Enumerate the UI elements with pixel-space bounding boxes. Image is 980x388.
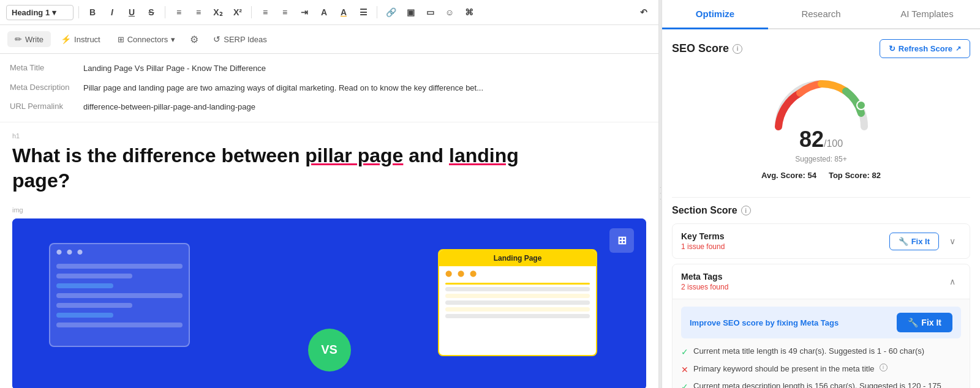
- browser-line-short-2: [56, 303, 132, 308]
- refresh-score-label: Refresh Score: [899, 44, 952, 53]
- check-text-2: Primary keyword should be present in the…: [693, 364, 875, 375]
- lp-line-1: [445, 283, 590, 285]
- key-terms-header: Key Terms 1 issue found 🔧 Fix It ∨: [673, 224, 970, 258]
- vs-circle: VS: [308, 329, 351, 371]
- heading-select[interactable]: Heading 1 ▾: [6, 5, 74, 20]
- tab-optimize[interactable]: Optimize: [662, 0, 768, 29]
- serp-ideas-button[interactable]: ↺ SERP Ideas: [206, 31, 274, 47]
- bold-button[interactable]: B: [84, 4, 101, 21]
- emoji-button[interactable]: ☺: [441, 4, 458, 21]
- heading-select-arrow: ▾: [52, 8, 56, 17]
- meta-title-row: Meta Title Landing Page Vs Pillar Page -…: [10, 59, 649, 78]
- key-terms-left: Key Terms 1 issue found: [681, 231, 889, 251]
- align-right-button[interactable]: ≡: [276, 4, 293, 21]
- toolbar-divider-4: [377, 6, 377, 18]
- top-score-label: Top Score:: [829, 171, 870, 180]
- check-ok-icon-2: ✓: [681, 381, 688, 388]
- lp-line-6: [445, 314, 590, 318]
- strikethrough-button[interactable]: S: [143, 4, 160, 21]
- highlight-button[interactable]: A: [335, 4, 352, 21]
- section-score-label: Section Score: [672, 205, 737, 216]
- seo-score-info-icon[interactable]: i: [733, 44, 742, 54]
- write-button[interactable]: ✏ Write: [7, 31, 51, 47]
- indent-button[interactable]: ⇥: [296, 4, 313, 21]
- browser-line-highlight: [56, 283, 113, 288]
- svg-point-0: [857, 101, 865, 110]
- text-align-button[interactable]: ☰: [355, 4, 372, 21]
- check-text-3: Current meta description length is 156 c…: [693, 381, 961, 388]
- italic-button[interactable]: I: [104, 4, 121, 21]
- key-terms-actions: 🔧 Fix It ∨: [889, 233, 961, 250]
- browser-line-short: [56, 274, 132, 278]
- ordered-list-button[interactable]: ≡: [170, 4, 187, 21]
- browser-mock-left: [49, 243, 190, 347]
- image-button[interactable]: ▣: [402, 4, 419, 21]
- align-left-button[interactable]: ≡: [257, 4, 274, 21]
- check-info-icon[interactable]: i: [880, 364, 888, 371]
- meta-description-row: Meta Description Pillar page and landing…: [10, 78, 649, 98]
- superscript-button[interactable]: X²: [229, 4, 246, 21]
- connectors-icon: ⊞: [118, 35, 124, 44]
- link-button[interactable]: 🔗: [382, 4, 399, 21]
- check-item-2: ✕ Primary keyword should be present in t…: [681, 364, 961, 376]
- lp-line-3: [445, 294, 590, 298]
- history-button[interactable]: ↶: [635, 4, 652, 21]
- media-button[interactable]: ▭: [421, 4, 439, 21]
- score-max: /100: [824, 138, 843, 149]
- key-terms-chevron-button[interactable]: ∨: [944, 233, 961, 250]
- unordered-list-button[interactable]: ≡: [190, 4, 207, 21]
- main-toolbar: Heading 1 ▾ B I U S ≡ ≡ X₂ X² ≡ ≡ ⇥ A A …: [0, 0, 658, 25]
- underline-button[interactable]: U: [123, 4, 140, 21]
- meta-tags-title: Meta Tags: [681, 272, 944, 282]
- settings-button[interactable]: ⚙: [185, 30, 203, 48]
- tab-research[interactable]: Research: [768, 0, 874, 29]
- article-heading[interactable]: What is the difference between pillar pa…: [12, 143, 646, 194]
- toolbar-divider-3: [251, 6, 252, 18]
- font-color-button[interactable]: A: [315, 4, 333, 21]
- key-terms-fix-it-button[interactable]: 🔧 Fix It: [889, 233, 939, 250]
- refresh-icon: ↻: [889, 44, 895, 53]
- seo-score-label: SEO Score: [672, 42, 729, 55]
- serp-ideas-icon: ↺: [213, 34, 221, 44]
- divider-1: [672, 197, 970, 198]
- meta-url-label: URL Permalink: [10, 101, 83, 111]
- improve-text: Improve SEO score by fixing Meta Tags: [690, 318, 839, 327]
- serp-ideas-label: SERP Ideas: [224, 35, 267, 44]
- meta-tags-left: Meta Tags 2 issues found: [681, 272, 944, 291]
- subscript-button[interactable]: X₂: [209, 4, 227, 21]
- browser-lines: [56, 264, 183, 327]
- right-panel: Optimize Research AI Templates SEO Score…: [662, 0, 980, 388]
- editor-panel: Heading 1 ▾ B I U S ≡ ≡ X₂ X² ≡ ≡ ⇥ A A …: [0, 0, 659, 388]
- check-text-1: Current meta title length is 49 char(s).…: [693, 346, 924, 357]
- connectors-button[interactable]: ⊞ Connectors ▾: [110, 32, 183, 47]
- write-icon: ✏: [15, 34, 22, 44]
- top-score: Top Score: 82: [829, 171, 881, 180]
- section-score-info-icon[interactable]: i: [741, 206, 751, 215]
- heading-select-label: Heading 1: [12, 8, 50, 17]
- browser-line-highlight-2: [56, 313, 113, 318]
- refresh-score-button[interactable]: ↻ Refresh Score ↗: [880, 39, 970, 58]
- gauge-container: 82/100 Suggested: 85+ Avg. Score: 54 Top…: [672, 65, 970, 190]
- avg-score-value: 54: [807, 171, 816, 180]
- meta-title-value[interactable]: Landing Page Vs Pillar Page - Know The D…: [83, 62, 649, 75]
- meta-tags-fix-it-button[interactable]: 🔧 Fix It: [897, 313, 952, 332]
- code-button[interactable]: ⌘: [461, 4, 478, 21]
- lp-line-5: [445, 307, 590, 312]
- check-item-1: ✓ Current meta title length is 49 char(s…: [681, 346, 961, 359]
- tab-ai-templates[interactable]: AI Templates: [874, 0, 980, 29]
- meta-tags-chevron-button[interactable]: ∧: [944, 273, 961, 290]
- meta-title-label: Meta Title: [10, 62, 83, 72]
- h1-label: h1: [12, 132, 646, 140]
- instruct-label: Instruct: [74, 35, 100, 44]
- meta-url-value[interactable]: difference-between-pillar-page-and-landi…: [83, 101, 649, 113]
- check-list: ✓ Current meta title length is 49 char(s…: [681, 346, 961, 388]
- check-ok-icon-1: ✓: [681, 346, 688, 359]
- instruct-button[interactable]: ⚡ Instruct: [53, 31, 108, 47]
- toolbar-divider-2: [165, 6, 165, 18]
- meta-url-row: URL Permalink difference-between-pillar-…: [10, 97, 649, 117]
- meta-description-value[interactable]: Pillar page and landing page are two ama…: [83, 82, 649, 94]
- meta-tags-header: Meta Tags 2 issues found ∧: [673, 264, 970, 299]
- top-score-value: 82: [872, 171, 880, 180]
- img-label: img: [12, 206, 646, 214]
- avg-score: Avg. Score: 54: [761, 171, 816, 180]
